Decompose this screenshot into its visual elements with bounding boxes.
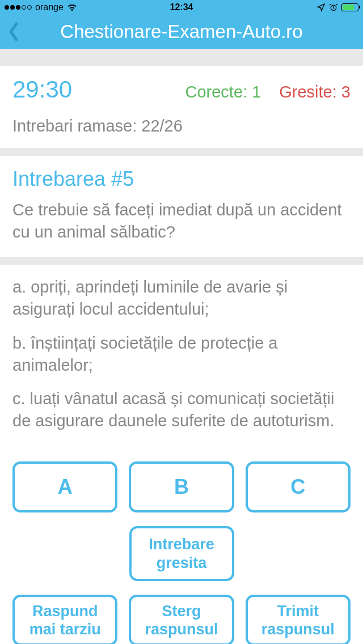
clear-answer-button[interactable]: Sterg raspunsul (129, 595, 234, 644)
answer-option-c: c. luați vânatul acasă și comunicați soc… (12, 388, 351, 432)
choice-b-button[interactable]: B (129, 461, 234, 512)
status-left: orange (5, 2, 77, 12)
wrong-question-button[interactable]: Intrebare gresita (129, 526, 234, 581)
status-bar: orange 12:34 (0, 0, 363, 15)
correct-count: Corecte: 1 (185, 83, 261, 101)
question-card: Intrebarea #5 Ce trebuie să faceți imedi… (0, 156, 363, 257)
wifi-icon (67, 2, 77, 12)
page-title: Chestionare-Examen-Auto.ro (60, 21, 302, 43)
signal-strength-icon (5, 5, 32, 10)
timer-label: 29:30 (12, 76, 72, 103)
alarm-icon (329, 3, 338, 12)
answer-option-b: b. înștiințați societățile de protecție … (12, 332, 351, 376)
remaining-questions: Intrebari ramase: 22/26 (12, 117, 351, 135)
battery-icon (341, 3, 358, 11)
back-button[interactable] (7, 20, 20, 43)
question-number: Intrebarea #5 (12, 167, 351, 191)
submit-answer-button[interactable]: Trimit raspunsul (246, 595, 351, 644)
answer-option-a: a. opriți, aprindeți luminile de avarie … (12, 276, 351, 320)
choice-a-button[interactable]: A (12, 461, 117, 512)
quiz-status-card: 29:30 Corecte: 1 Gresite: 3 Intrebari ra… (0, 66, 363, 148)
question-text: Ce trebuie să faceți imediat după un acc… (12, 199, 351, 243)
app-header: Chestionare-Examen-Auto.ro (0, 15, 363, 49)
answers-card: a. opriți, aprindeți luminile de avarie … (0, 265, 363, 449)
carrier-label: orange (35, 2, 64, 12)
choice-c-button[interactable]: C (246, 461, 351, 512)
button-area: A B C Intrebare gresita Raspund mai tarz… (0, 449, 363, 644)
answer-later-button[interactable]: Raspund mai tarziu (12, 595, 117, 644)
status-time: 12:34 (170, 2, 193, 12)
status-right (316, 3, 358, 12)
location-icon (316, 3, 326, 12)
wrong-count: Gresite: 3 (279, 83, 351, 101)
